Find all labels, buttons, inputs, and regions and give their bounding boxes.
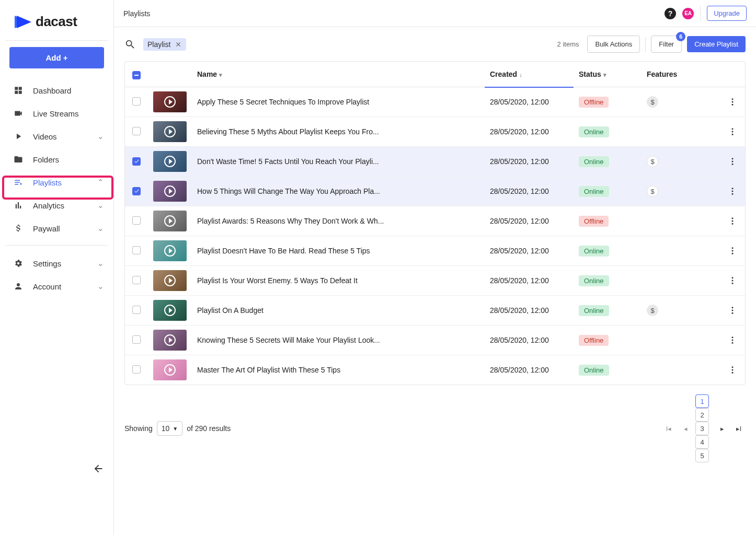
row-checkbox[interactable] [132,187,141,195]
page-next-button[interactable]: ▸ [715,422,729,435]
sidebar-item-label: Paywall [33,224,60,233]
upgrade-button[interactable]: Upgrade [707,6,747,21]
table-row[interactable]: Playlist Is Your Worst Enemy. 5 Ways To … [125,266,745,296]
row-checkbox[interactable] [132,306,141,314]
row-checkbox[interactable] [132,246,141,254]
row-created: 28/05/2020, 12:00 [485,87,574,117]
page-3-button[interactable]: 3 [695,422,709,435]
page-1-button[interactable]: 1 [695,394,709,408]
play-icon [164,185,176,197]
row-features: $ [642,177,720,206]
sidebar-item-settings[interactable]: Settings⌄ [0,252,113,275]
row-name: Playlist Is Your Worst Enemy. 5 Ways To … [192,266,485,296]
table-row[interactable]: Believing These 5 Myths About Playlist K… [125,117,745,147]
filter-chip-label: Playlist [147,40,170,49]
page-4-button[interactable]: 4 [695,435,709,449]
page-last-button[interactable]: ▸I [732,422,746,435]
table-row[interactable]: Master The Art Of Playlist With These 5 … [125,355,745,385]
row-checkbox[interactable] [132,276,141,284]
page-prev-button[interactable]: ◂ [679,422,692,435]
more-icon[interactable] [725,187,740,196]
table-row[interactable]: Don't Waste Time! 5 Facts Until You Reac… [125,147,745,177]
svg-point-19 [732,280,734,282]
svg-point-26 [732,342,734,344]
filter-chip[interactable]: Playlist [143,38,186,51]
sidebar: dacast Add + DashboardLive StreamsVideos… [0,0,114,535]
more-icon[interactable] [725,216,740,226]
close-icon[interactable] [175,41,182,48]
playlist-icon [13,177,24,188]
search-icon[interactable] [124,39,136,50]
sidebar-item-playlists[interactable]: Playlists⌃ [0,171,113,194]
more-icon[interactable] [725,306,740,315]
svg-point-3 [732,128,734,130]
table-row[interactable]: Playlist On A Budget28/05/2020, 12:00Onl… [125,296,745,325]
row-created: 28/05/2020, 12:00 [485,325,574,355]
more-icon[interactable] [725,157,740,166]
more-icon[interactable] [725,127,740,136]
row-checkbox[interactable] [132,97,141,106]
row-name: Apply These 5 Secret Techniques To Impro… [192,87,485,117]
more-icon[interactable] [725,97,740,107]
sidebar-item-live-streams[interactable]: Live Streams [0,102,113,125]
svg-point-28 [732,369,734,371]
chevron-down-icon: ▾ [219,72,222,78]
folder-icon [13,154,24,165]
bulk-actions-button[interactable]: Bulk Actions [587,36,640,53]
row-checkbox[interactable] [132,216,141,225]
sidebar-item-folders[interactable]: Folders [0,148,113,171]
sidebar-item-dashboard[interactable]: Dashboard [0,79,113,102]
dollar-icon: $ [647,185,658,197]
sidebar-item-paywall[interactable]: Paywall⌄ [0,217,113,240]
row-name: How 5 Things Will Change The Way You App… [192,177,485,206]
select-all-checkbox[interactable] [132,71,141,79]
page-5-button[interactable]: 5 [695,449,709,462]
svg-point-4 [732,131,734,133]
header-name[interactable]: Name▾ [192,62,485,87]
collapse-sidebar-icon[interactable] [93,463,104,474]
header-status[interactable]: Status▾ [574,62,642,87]
page-title: Playlists [123,9,150,18]
row-features: $ [642,296,720,325]
svg-point-0 [732,98,734,100]
svg-point-22 [732,310,734,311]
table-row[interactable]: Knowing These 5 Secrets Will Make Your P… [125,325,745,355]
table-row[interactable]: How 5 Things Will Change The Way You App… [125,177,745,206]
chevron-down-icon: ⌄ [97,224,104,233]
row-features [642,325,720,355]
table-row[interactable]: Apply These 5 Secret Techniques To Impro… [125,87,745,117]
row-created: 28/05/2020, 12:00 [485,266,574,296]
add-button[interactable]: Add + [9,47,104,68]
per-page-select[interactable]: 10 ▼ [157,421,182,436]
more-icon[interactable] [725,335,740,345]
page-first-button[interactable]: I◂ [662,422,675,435]
play-icon [164,126,176,137]
chevron-down-icon: ⌄ [97,259,104,268]
row-checkbox[interactable] [132,335,141,344]
more-icon[interactable] [725,276,740,285]
page-2-button[interactable]: 2 [695,408,709,422]
row-checkbox[interactable] [132,127,141,135]
more-icon[interactable] [725,246,740,255]
thumbnail [153,330,187,351]
create-playlist-button[interactable]: Create Playlist [687,36,746,52]
controls-bar: Playlist 2 items Bulk Actions Filter 6 C… [114,27,756,61]
row-checkbox[interactable] [132,157,141,166]
sidebar-item-label: Folders [33,155,59,164]
help-icon[interactable]: ? [665,8,676,19]
row-name: Don't Waste Time! 5 Facts Until You Reac… [192,147,485,177]
filter-badge: 6 [676,32,685,41]
row-features [642,236,720,266]
table-row[interactable]: Playlist Awards: 5 Reasons Why They Don'… [125,206,745,236]
more-icon[interactable] [725,365,740,375]
gear-icon [13,258,24,269]
header-created[interactable]: Created↓ [485,62,574,87]
avatar[interactable]: EA [682,8,694,19]
table-row[interactable]: Playlist Doesn't Have To Be Hard. Read T… [125,236,745,266]
sidebar-item-account[interactable]: Account⌄ [0,275,113,298]
row-checkbox[interactable] [132,365,141,374]
sidebar-item-analytics[interactable]: Analytics⌄ [0,194,113,217]
row-features [642,266,720,296]
sidebar-item-label: Settings [33,259,61,268]
sidebar-item-videos[interactable]: Videos⌄ [0,125,113,148]
